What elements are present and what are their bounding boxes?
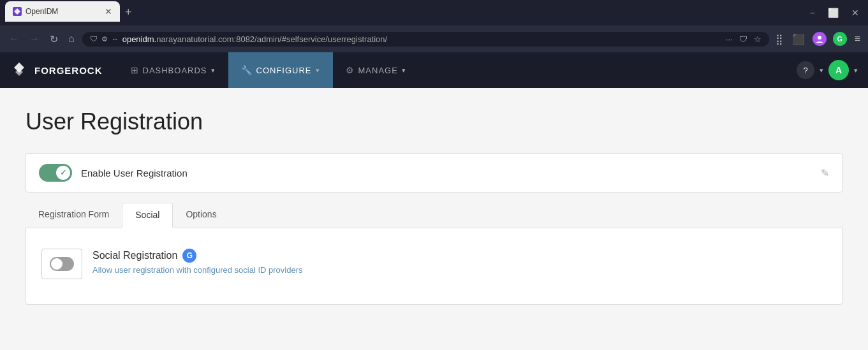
toggle-check-icon: ✓: [60, 168, 66, 177]
svg-point-1: [818, 36, 821, 40]
dashboards-caret-icon: ▾: [211, 66, 216, 75]
help-caret-icon: ▾: [820, 66, 823, 75]
address-actions: ··· 🛡 ☆: [726, 34, 761, 44]
social-registration-title: Social Registration G: [92, 249, 302, 263]
social-registration-text: Social Registration G Allow user registr…: [92, 249, 302, 275]
main-navigation: ⊞ DASHBOARDS ▾ 🔧 CONFIGURE ▾ ⚙ MANAGE ▾: [118, 52, 797, 88]
maximize-button[interactable]: ⬜: [824, 6, 842, 19]
browser-addressbar: ← → ↻ ⌂ 🛡 ⚙ ↔ openidm.narayanatutorial.c…: [0, 26, 868, 52]
dashboards-icon: ⊞: [131, 65, 139, 75]
social-toggle-thumb: [51, 258, 63, 270]
configure-caret-icon: ▾: [316, 66, 320, 75]
split-view-button[interactable]: ⬛: [791, 32, 806, 47]
manage-nav-item[interactable]: ⚙ MANAGE ▾: [333, 52, 419, 88]
window-controls: − ⬜ ✕: [806, 6, 863, 19]
toggle-thumb: ✓: [56, 166, 70, 180]
dashboards-label: DASHBOARDS: [143, 66, 207, 75]
brand-logo: FORGEROCK: [10, 61, 103, 79]
tab-title: OpenIDM: [26, 7, 101, 16]
app-navigation: FORGEROCK ⊞ DASHBOARDS ▾ 🔧 CONFIGURE ▾ ⚙…: [0, 52, 868, 88]
help-button[interactable]: ?: [797, 61, 814, 79]
browser-profile-avatar[interactable]: [813, 32, 827, 46]
dashboards-nav-item[interactable]: ⊞ DASHBOARDS ▾: [118, 52, 228, 88]
browser-chrome: OpenIDM ✕ + − ⬜ ✕ ← → ↻ ⌂ 🛡 ⚙ ↔ openidm.…: [0, 0, 868, 52]
enable-registration-toggle[interactable]: ✓: [39, 164, 72, 182]
more-options-button[interactable]: ···: [726, 34, 733, 44]
tabs-container: Registration Form Social Options: [26, 203, 842, 228]
security-icon: 🛡: [90, 34, 98, 43]
star-button[interactable]: ☆: [754, 34, 761, 44]
back-button[interactable]: ←: [6, 32, 22, 46]
user-caret-icon: ▾: [854, 66, 858, 75]
address-bar[interactable]: 🛡 ⚙ ↔ openidm.narayanatutorial.com:8082/…: [82, 32, 769, 47]
browser-titlebar: OpenIDM ✕ + − ⬜ ✕: [0, 0, 868, 26]
enable-registration-label: Enable User Registration: [81, 168, 821, 179]
content-panel: Social Registration G Allow user registr…: [26, 228, 842, 305]
manage-icon: ⚙: [346, 65, 355, 75]
redirect-icon: ↔: [112, 35, 119, 43]
forward-button[interactable]: →: [27, 32, 42, 46]
enable-registration-card: ✓ Enable User Registration ✎: [26, 153, 842, 193]
social-toggle-box[interactable]: [41, 249, 82, 279]
edit-icon[interactable]: ✎: [821, 167, 829, 179]
sidebar-button[interactable]: ⣿: [774, 32, 784, 47]
svg-marker-0: [14, 8, 20, 15]
manage-label: MANAGE: [358, 66, 398, 75]
tab-registration-form[interactable]: Registration Form: [26, 203, 122, 228]
social-registration-description: Allow user registration with configured …: [92, 265, 302, 275]
user-avatar[interactable]: A: [828, 60, 849, 80]
tab-close-button[interactable]: ✕: [105, 7, 112, 16]
url-display: openidm.narayanatutorial.com:8082/admin/…: [122, 34, 722, 44]
manage-caret-icon: ▾: [402, 66, 406, 75]
minimize-button[interactable]: −: [806, 6, 819, 19]
close-window-button[interactable]: ✕: [848, 6, 863, 19]
tab-area: OpenIDM ✕ +: [5, 4, 804, 22]
refresh-button[interactable]: ↻: [47, 32, 61, 47]
tab-favicon: [13, 7, 22, 16]
home-button[interactable]: ⌂: [66, 32, 77, 46]
tab-social[interactable]: Social: [122, 203, 173, 228]
menu-button[interactable]: ≡: [853, 32, 862, 46]
browser-right-icons: ⣿ ⬛ G ≡: [774, 32, 862, 47]
social-registration-row: Social Registration G Allow user registr…: [41, 244, 827, 284]
tab-options[interactable]: Options: [173, 203, 229, 228]
configure-label: CONFIGURE: [256, 66, 312, 75]
configure-nav-item[interactable]: 🔧 CONFIGURE ▾: [228, 52, 333, 88]
configure-icon: 🔧: [241, 65, 253, 75]
extension-icon: ⚙: [101, 35, 108, 43]
browser-tab[interactable]: OpenIDM ✕: [5, 1, 120, 22]
bookmark-button[interactable]: 🛡: [739, 34, 747, 44]
nav-right-section: ? ▾ A ▾: [797, 60, 858, 80]
new-tab-button[interactable]: +: [120, 3, 137, 22]
google-badge: G: [182, 249, 196, 263]
brand-name: FORGEROCK: [34, 65, 103, 76]
social-toggle-track: [50, 257, 74, 271]
toggle-track: ✓: [39, 164, 72, 182]
forgerock-logo-icon: [10, 61, 28, 79]
page-title: User Registration: [26, 108, 842, 135]
main-content: User Registration ✓ Enable User Registra…: [0, 88, 868, 350]
extension-avatar[interactable]: G: [833, 32, 847, 46]
